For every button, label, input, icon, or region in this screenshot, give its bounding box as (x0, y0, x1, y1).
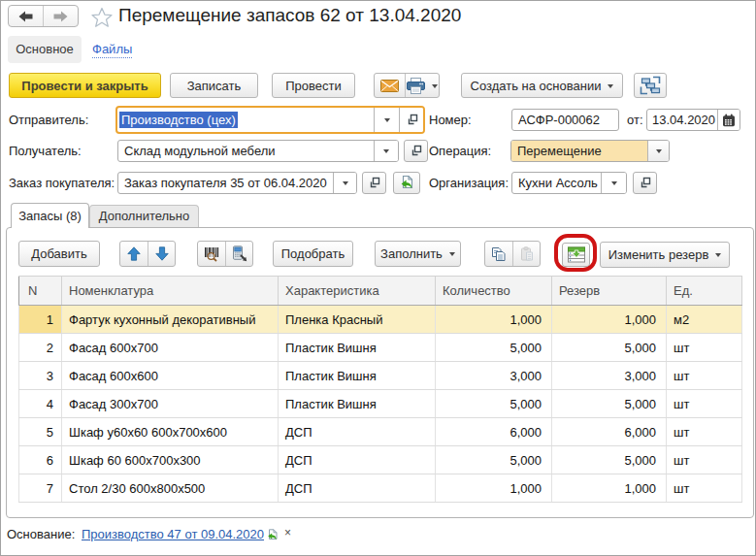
customer-order-value[interactable]: Заказ покупателя 35 от 06.04.2020 (118, 173, 333, 193)
cell-n[interactable]: 3 (19, 362, 62, 390)
cell-reserve[interactable]: 5,000 (552, 390, 667, 418)
number-field[interactable]: АСФР-000062 (511, 109, 619, 131)
tab-additional[interactable]: Дополнительно (89, 205, 199, 227)
print-button[interactable] (405, 74, 439, 97)
cell-nomenclature[interactable]: Шкаф 60 600х700х300 (62, 446, 279, 474)
cell-n[interactable]: 7 (19, 474, 62, 503)
tab-inventory[interactable]: Запасы (8) (11, 203, 89, 228)
sender-value[interactable]: Производство (цех) (117, 108, 374, 132)
post-button[interactable]: Провести (272, 73, 355, 98)
cell-characteristic[interactable]: Пленка Красный (279, 306, 436, 334)
change-reserve-button[interactable]: Изменить резерв (600, 242, 730, 268)
table-row[interactable]: 7 Стол 2/30 600х800х500 ДСП 1,000 1,000 … (19, 474, 742, 503)
col-header-characteristic[interactable]: Характеристика (279, 277, 436, 306)
add-row-button[interactable]: Добавить (18, 241, 100, 267)
reserve-scheme-button[interactable] (562, 243, 590, 267)
pick-items-button[interactable]: Подобрать (273, 241, 353, 267)
date-value[interactable]: 13.04.2020 (647, 110, 717, 130)
receiver-value[interactable]: Склад модульной мебели (118, 141, 374, 161)
organization-dropdown-button[interactable] (601, 173, 626, 193)
cell-unit[interactable]: шт (667, 418, 742, 446)
cell-quantity[interactable]: 3,000 (436, 362, 552, 390)
cell-n[interactable]: 5 (19, 418, 62, 446)
calendar-button[interactable] (717, 110, 740, 130)
cell-n[interactable]: 4 (19, 390, 62, 418)
clear-basis-button[interactable]: × (284, 526, 291, 540)
sender-field[interactable]: Производство (цех) (115, 106, 425, 134)
table-row[interactable]: 1 Фартук кухонный декоративный Пленка Кр… (19, 306, 742, 334)
cell-reserve[interactable]: 3,000 (552, 362, 667, 390)
cell-unit[interactable]: шт (667, 334, 742, 362)
cell-reserve[interactable]: 1,000 (552, 474, 667, 503)
cell-characteristic[interactable]: Пластик Вишня (279, 362, 436, 390)
cell-quantity[interactable]: 5,000 (436, 446, 552, 474)
cell-nomenclature[interactable]: Шкаф у60х60 600х700х600 (62, 418, 279, 446)
barcode-scan-button[interactable] (198, 242, 225, 266)
post-and-close-button[interactable]: Провести и закрыть (9, 73, 161, 98)
copy-rows-button[interactable] (485, 242, 512, 266)
cell-characteristic[interactable]: ДСП (279, 418, 436, 446)
nav-tab-files[interactable]: Файлы (92, 42, 132, 58)
move-up-button[interactable] (120, 242, 148, 266)
cell-unit[interactable]: шт (667, 474, 742, 503)
cell-nomenclature[interactable]: Фасад 600х600 (62, 362, 279, 390)
cell-nomenclature[interactable]: Фасад 300х700 (62, 390, 279, 418)
cell-unit[interactable]: м2 (667, 306, 742, 334)
cell-n[interactable]: 6 (19, 446, 62, 474)
cell-nomenclature[interactable]: Фартук кухонный декоративный (62, 306, 279, 334)
col-header-quantity[interactable]: Количество (436, 277, 552, 306)
col-header-reserve[interactable]: Резерв (552, 277, 667, 306)
customer-order-dropdown-button[interactable] (333, 173, 356, 193)
sender-dropdown-button[interactable] (374, 108, 399, 132)
col-header-nomenclature[interactable]: Номенклатура (62, 277, 279, 306)
write-button[interactable]: Записать (170, 73, 258, 98)
cell-characteristic[interactable]: ДСП (279, 446, 436, 474)
cell-n[interactable]: 1 (19, 306, 62, 334)
table-row[interactable]: 3 Фасад 600х600 Пластик Вишня 3,000 3,00… (19, 362, 742, 390)
organization-choose-button[interactable] (633, 172, 657, 194)
table-row[interactable]: 4 Фасад 300х700 Пластик Вишня 5,000 5,00… (19, 390, 742, 418)
cell-quantity[interactable]: 5,000 (436, 334, 552, 362)
cell-unit[interactable]: шт (667, 446, 742, 474)
cell-quantity[interactable]: 1,000 (436, 474, 552, 503)
operation-dropdown-button[interactable] (647, 141, 669, 161)
cell-characteristic[interactable]: ДСП (279, 474, 436, 503)
operation-field[interactable]: Перемещение (510, 140, 670, 162)
cell-reserve[interactable]: 6,000 (552, 418, 667, 446)
create-based-on-button[interactable]: Создать на основании (461, 73, 623, 98)
data-terminal-button[interactable] (225, 242, 252, 266)
fill-button[interactable]: Заполнить (375, 241, 461, 267)
send-email-button[interactable] (375, 74, 405, 97)
cell-nomenclature[interactable]: Стол 2/30 600х800х500 (62, 474, 279, 503)
cell-unit[interactable]: шт (667, 362, 742, 390)
nav-tab-main[interactable]: Основное (8, 36, 82, 63)
favorite-star-icon[interactable] (90, 7, 114, 28)
operation-value[interactable]: Перемещение (511, 141, 647, 161)
move-down-button[interactable] (148, 242, 175, 266)
cell-n[interactable]: 2 (19, 334, 62, 362)
cell-reserve[interactable]: 5,000 (552, 446, 667, 474)
cell-unit[interactable]: шт (667, 390, 742, 418)
cell-quantity[interactable]: 6,000 (436, 418, 552, 446)
col-header-n[interactable]: N (19, 277, 62, 306)
cell-reserve[interactable]: 5,000 (552, 334, 667, 362)
cell-characteristic[interactable]: Пластик Вишня (279, 334, 436, 362)
receiver-choose-button[interactable] (404, 140, 428, 162)
basis-open-document-icon[interactable] (266, 529, 279, 541)
cell-quantity[interactable]: 1,000 (436, 306, 552, 334)
forward-button[interactable] (43, 6, 78, 26)
date-field[interactable]: 13.04.2020 (646, 109, 740, 131)
organization-field[interactable]: Кухни Ассоль (511, 172, 627, 194)
col-header-unit[interactable]: Ед. (667, 277, 742, 306)
sender-choose-button[interactable] (399, 108, 423, 132)
table-row[interactable]: 5 Шкаф у60х60 600х700х600 ДСП 6,000 6,00… (19, 418, 742, 446)
table-row[interactable]: 2 Фасад 600х700 Пластик Вишня 5,000 5,00… (19, 334, 742, 362)
cell-characteristic[interactable]: Пластик Вишня (279, 390, 436, 418)
organization-value[interactable]: Кухни Ассоль (512, 173, 601, 193)
basis-link[interactable]: Производство 47 от 09.04.2020 (82, 527, 264, 541)
paste-rows-button[interactable] (512, 242, 540, 266)
customer-order-field[interactable]: Заказ покупателя 35 от 06.04.2020 (117, 172, 357, 194)
cell-reserve[interactable]: 1,000 (552, 306, 667, 334)
cell-nomenclature[interactable]: Фасад 600х700 (62, 334, 279, 362)
customer-order-choose-button[interactable] (362, 172, 386, 194)
